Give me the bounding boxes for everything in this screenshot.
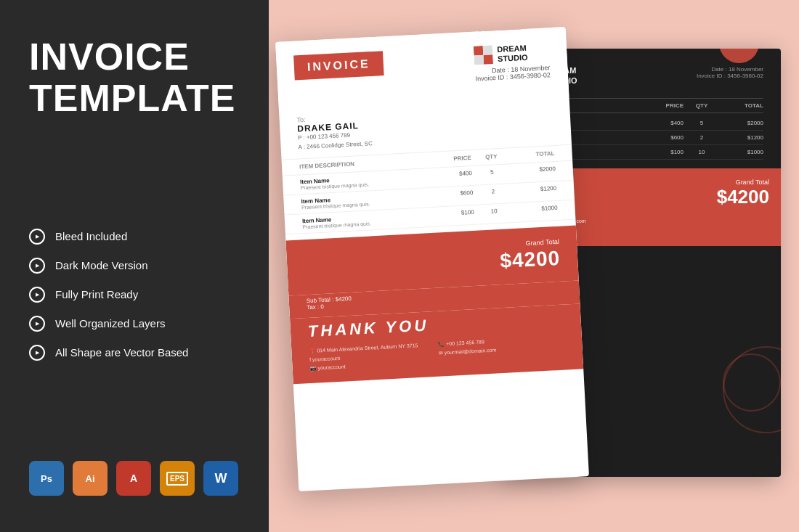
dark-invoice-meta: Date : 18 November Invoice ID : 3456-398… xyxy=(697,66,763,79)
feature-layers: Well Organized Layers xyxy=(29,316,240,332)
eps-icon: EPS xyxy=(160,461,195,496)
cards-container: DREAMSTUDIO Date : 18 November Invoice I… xyxy=(287,27,781,506)
feature-icon-layers xyxy=(29,316,45,332)
light-logo: DREAMSTUDIO xyxy=(474,42,550,65)
svg-rect-6 xyxy=(483,45,493,55)
right-panel: DREAMSTUDIO Date : 18 November Invoice I… xyxy=(269,0,799,532)
feature-icon-print xyxy=(29,287,45,303)
dark-invoice-id: Invoice ID : 3456-3980-02 xyxy=(697,73,763,79)
ai-icon: Ai xyxy=(73,461,108,496)
feature-icon-bleed xyxy=(29,229,45,245)
light-invoice-meta: Date : 18 November Invoice ID : 3456-398… xyxy=(475,64,551,82)
left-panel: INVOICE TEMPLATE Bleed Included Dark Mod… xyxy=(0,0,269,532)
feature-bleed: Bleed Included xyxy=(29,229,240,245)
feature-vector: All Shape are Vector Based xyxy=(29,345,240,361)
svg-rect-7 xyxy=(474,55,484,65)
light-invoice-header: INVOICE DREAMSTUDIO Date xyxy=(293,42,551,92)
word-icon: W xyxy=(203,461,238,496)
light-logo-icon xyxy=(474,45,493,65)
feature-darkmode: Dark Mode Version xyxy=(29,258,240,274)
features-list: Bleed Included Dark Mode Version Fully P… xyxy=(29,229,240,374)
feature-icon-vector xyxy=(29,345,45,361)
acrobat-icon: A xyxy=(116,461,151,496)
title-section: INVOICE TEMPLATE xyxy=(29,36,240,119)
light-invoice-to: To: DRAKE GAIL P : +00 123 456 789 A : 2… xyxy=(280,102,572,153)
ps-icon: Ps xyxy=(29,461,64,496)
light-invoice-top: INVOICE DREAMSTUDIO Date xyxy=(275,26,569,111)
svg-rect-4 xyxy=(474,46,484,56)
dark-circle-2 xyxy=(723,353,781,412)
invoice-light: INVOICE DREAMSTUDIO Date xyxy=(275,26,589,491)
invoice-badge: INVOICE xyxy=(293,51,384,80)
svg-rect-5 xyxy=(484,54,494,65)
light-logo-text: DREAMSTUDIO xyxy=(497,43,528,64)
main-title: INVOICE TEMPLATE xyxy=(29,36,240,119)
feature-icon-darkmode xyxy=(29,258,45,274)
software-icons: Ps Ai A EPS W xyxy=(29,461,240,496)
dark-date: Date : 18 November xyxy=(697,66,763,73)
light-thank-footer: 📍 014 Main Alexandria Street, Auburn NY … xyxy=(309,335,565,371)
feature-print: Fully Print Ready xyxy=(29,287,240,303)
dark-top-shape xyxy=(719,49,759,63)
